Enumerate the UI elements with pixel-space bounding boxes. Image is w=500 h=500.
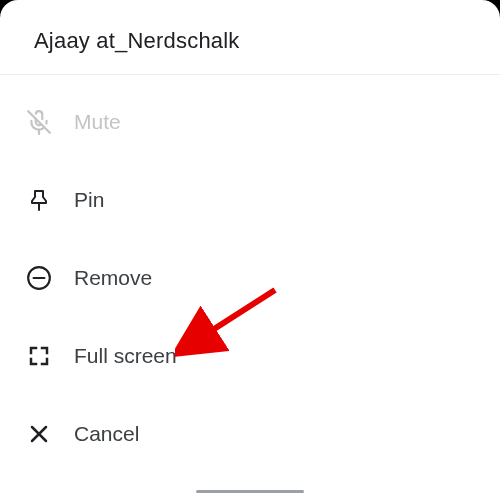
cancel-label: Cancel (74, 422, 139, 446)
remove-label: Remove (74, 266, 152, 290)
home-indicator (196, 490, 304, 494)
mute-item: Mute (0, 83, 500, 161)
pin-icon (24, 185, 54, 215)
mute-icon (24, 107, 54, 137)
fullscreen-label: Full screen (74, 344, 177, 368)
mute-label: Mute (74, 110, 121, 134)
fullscreen-item[interactable]: Full screen (0, 317, 500, 395)
close-icon (24, 419, 54, 449)
fullscreen-icon (24, 341, 54, 371)
action-sheet: Ajaay at_Nerdschalk Mute (0, 0, 500, 500)
participant-name: Ajaay at_Nerdschalk (34, 28, 466, 54)
remove-icon (24, 263, 54, 293)
cancel-item[interactable]: Cancel (0, 395, 500, 473)
sheet-header: Ajaay at_Nerdschalk (0, 0, 500, 75)
pin-label: Pin (74, 188, 104, 212)
remove-item[interactable]: Remove (0, 239, 500, 317)
pin-item[interactable]: Pin (0, 161, 500, 239)
menu-list: Mute Pin Remove (0, 75, 500, 473)
